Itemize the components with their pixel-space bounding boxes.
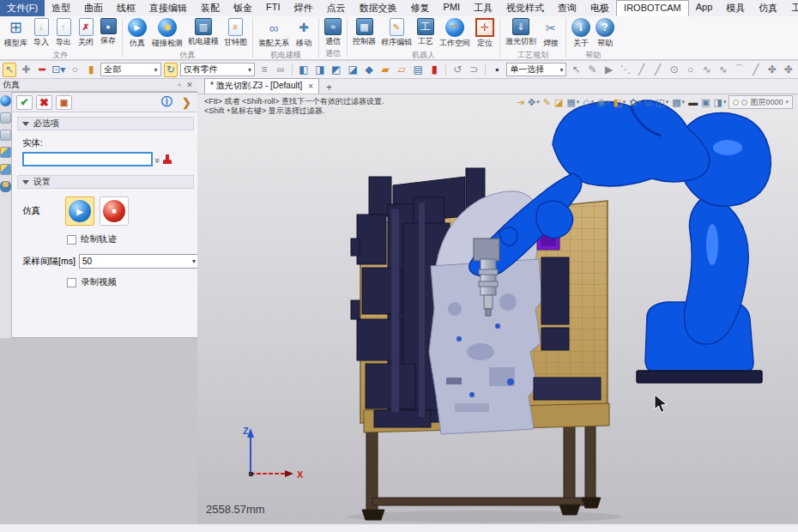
menu-item-assembly[interactable]: 装配: [194, 0, 227, 16]
info-button[interactable]: ⓘ: [159, 95, 175, 110]
settings-section-header[interactable]: 设置: [17, 175, 194, 189]
nodes-tab-icon[interactable]: [0, 130, 11, 141]
points-tool-icon[interactable]: ⋱: [619, 63, 632, 77]
catalog-icon[interactable]: ▮: [427, 63, 441, 77]
menu-item-mold[interactable]: 模具: [719, 0, 752, 16]
config-tab-icon[interactable]: [0, 112, 11, 124]
menu-item-app[interactable]: App: [689, 0, 720, 16]
import-button[interactable]: 导入: [30, 17, 52, 49]
gantt-chart-button[interactable]: 甘特图: [221, 17, 250, 49]
menu-item-irobotcam[interactable]: IROBOTCAM: [616, 0, 689, 16]
interval-dropdown[interactable]: 50 ▾: [79, 254, 199, 269]
panel-dock-icon[interactable]: ▫: [174, 81, 184, 90]
process-button[interactable]: 工艺: [414, 17, 437, 48]
help-button[interactable]: 帮助: [593, 17, 617, 50]
menu-item-electrode[interactable]: 电极: [583, 0, 616, 16]
record-video-checkbox[interactable]: [67, 278, 76, 287]
color-swatch-icon[interactable]: ▪: [490, 63, 504, 77]
filter-columns-icon[interactable]: ▮: [84, 63, 98, 77]
menu-item-tools[interactable]: 工具: [467, 0, 499, 16]
arc-tool-icon[interactable]: ⌒: [733, 63, 747, 77]
menu-item-direct-edit[interactable]: 直接编辑: [142, 0, 194, 16]
zoom-fit-icon[interactable]: ⊡: [644, 96, 653, 109]
viewport-3d[interactable]: <F8> 或者 <Shift-roll> 查找下一个有效的过滤器设置. <Shi…: [197, 94, 798, 523]
reload-icon[interactable]: ↻: [164, 63, 178, 77]
play-filter-icon[interactable]: ▶: [602, 63, 616, 77]
move-button[interactable]: 移动: [292, 17, 316, 50]
multi-view-icon[interactable]: ◨▾: [713, 96, 728, 109]
folder-icon[interactable]: ▰: [378, 63, 392, 77]
apply-button[interactable]: ▣: [56, 95, 72, 110]
constraint-left-icon[interactable]: ◧: [297, 63, 311, 77]
orient-icon[interactable]: ✥▾: [527, 96, 541, 109]
laser-cut-button[interactable]: 激光切割: [503, 17, 539, 48]
ok-button[interactable]: ✔: [16, 95, 33, 110]
brush-tool-icon[interactable]: ✎: [585, 63, 599, 77]
save-button[interactable]: 保存: [97, 17, 119, 47]
positioning-button[interactable]: 定位: [473, 17, 497, 50]
link-icon[interactable]: ∞: [274, 63, 287, 77]
background-bar-icon[interactable]: ▬: [687, 96, 698, 108]
list-icon[interactable]: ≡: [257, 63, 271, 77]
cancel-button[interactable]: ✖: [36, 95, 52, 110]
assembly-relation-button[interactable]: 装配关系: [256, 17, 292, 50]
solid-icon[interactable]: ◆: [362, 63, 376, 77]
document-tab[interactable]: * 激光切割.Z3 - [Default] ×: [204, 78, 319, 94]
wireframe-icon[interactable]: ◇▾: [582, 96, 595, 109]
display-filter-dropdown[interactable]: 仅有零件▾: [180, 63, 255, 76]
menu-item-inquire[interactable]: 查询: [551, 0, 583, 16]
stop-button[interactable]: ■: [100, 196, 129, 226]
add-icon[interactable]: ✚: [19, 63, 33, 77]
point-circle-tool-icon[interactable]: ⊙: [668, 63, 681, 77]
menu-item-pmi[interactable]: PMI: [437, 0, 468, 16]
view-tab-icon[interactable]: [0, 164, 11, 175]
draw-track-checkbox[interactable]: [67, 235, 76, 245]
simulate-button[interactable]: 仿真: [125, 17, 149, 50]
simulation-tab-icon[interactable]: [0, 95, 11, 106]
menu-item-weldment[interactable]: 焊件: [287, 0, 320, 16]
exit-env-icon[interactable]: ⇥: [516, 96, 525, 109]
menu-item-simulation[interactable]: 仿真: [752, 0, 784, 16]
zoom-window-icon[interactable]: ◫▾: [655, 96, 669, 109]
expand-list-icon[interactable]: »: [153, 157, 163, 160]
mechatronics-modeling-button[interactable]: 机电建模: [185, 17, 221, 48]
menu-item-file[interactable]: 文件(F): [0, 0, 45, 16]
insert-frame-icon[interactable]: ⊡▾: [51, 63, 65, 77]
play-button[interactable]: ▶: [65, 196, 94, 226]
layer-visibility-icon[interactable]: [733, 100, 739, 106]
history-icon[interactable]: ↺: [450, 63, 464, 77]
spin-view-icon[interactable]: ✿▾: [628, 96, 642, 109]
workspace-button[interactable]: 工作空间: [437, 17, 473, 50]
circle-select-icon[interactable]: ○: [684, 63, 698, 77]
resize-panel-icon[interactable]: ❯: [178, 95, 195, 110]
pick-tool-icon[interactable]: ↖: [3, 63, 16, 77]
section-view-icon[interactable]: ◧▾: [612, 96, 626, 109]
new-tab-button[interactable]: +: [319, 82, 339, 94]
circle-tool-icon[interactable]: ○: [68, 63, 82, 77]
menu-item-visual-style[interactable]: 视觉样式: [499, 0, 551, 16]
weld-button[interactable]: 焊接: [539, 17, 563, 50]
scene-3d[interactable]: Z X 2558.57mm: [197, 94, 798, 523]
scene-tab-icon[interactable]: [0, 147, 11, 158]
menu-item-wireframe[interactable]: 线框: [110, 0, 142, 16]
menu-item-surface[interactable]: 曲面: [77, 0, 110, 16]
operator-tab-icon[interactable]: [0, 181, 11, 192]
clip-icon[interactable]: ⊃: [467, 63, 481, 77]
about-button[interactable]: 关于: [569, 17, 593, 50]
display-settings-icon[interactable]: ▩▾: [671, 96, 686, 109]
menu-item-fti[interactable]: FTI: [259, 0, 287, 16]
controller-button[interactable]: 控制器: [350, 17, 378, 48]
menu-item-repair[interactable]: 修复: [404, 0, 437, 16]
face-tool-icon[interactable]: ✤: [765, 63, 779, 77]
collision-check-button[interactable]: 碰撞检测: [149, 17, 185, 50]
tab-close-icon[interactable]: ×: [308, 82, 313, 91]
constraint-lower-icon[interactable]: ◪: [346, 63, 360, 77]
program-edit-button[interactable]: 程序编辑: [378, 17, 414, 49]
scope-dropdown[interactable]: 全部▾: [100, 63, 160, 76]
remove-icon[interactable]: ━: [35, 63, 49, 77]
layer-dropdown[interactable]: 图层0000 ▾: [728, 95, 793, 109]
constraint-upper-icon[interactable]: ◩: [329, 63, 343, 77]
menu-item-sheetmetal[interactable]: 钣金: [227, 0, 259, 16]
cursor-tool-icon[interactable]: ↖: [569, 63, 583, 77]
document-icon[interactable]: ▤: [411, 63, 425, 77]
